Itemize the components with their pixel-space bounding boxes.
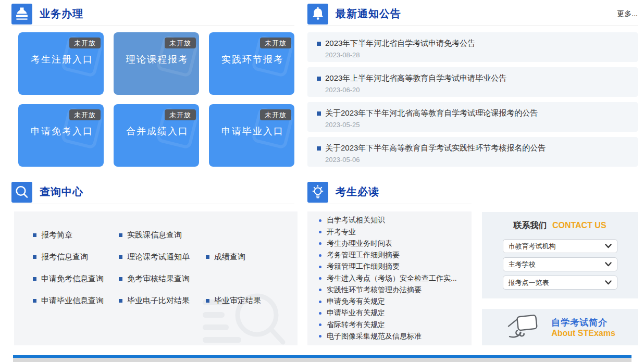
- mustread-item[interactable]: 省际转考有关规定: [319, 320, 467, 330]
- query-link-label: 理论课考试通知单: [127, 252, 190, 262]
- contact-select-value: 报考点一览表: [509, 278, 549, 288]
- square-bullet-icon: [206, 255, 209, 259]
- query-link[interactable]: 实践课信息查询: [119, 230, 206, 240]
- card-status-badge: 未开放: [260, 38, 291, 48]
- mustread-item-label: 考生进入考点（考场）安全检查工作实...: [327, 274, 457, 283]
- bell-icon: [307, 4, 328, 24]
- chevron-down-icon: [605, 260, 612, 268]
- query-link[interactable]: 报考简章: [33, 230, 119, 240]
- square-bullet-icon: [33, 277, 36, 281]
- contact-title: 联系我们 CONTACT US: [482, 212, 638, 231]
- business-card-5[interactable]: 未开放合并成绩入口: [114, 104, 199, 167]
- magnifier-icon: [11, 182, 32, 203]
- query-link-label: 申请毕业信息查询: [41, 296, 104, 306]
- business-card-3[interactable]: 未开放实践环节报考: [209, 32, 294, 95]
- query-link-label: 毕业电子比对结果: [127, 296, 190, 306]
- about-title-zh: 自学考试简介: [551, 317, 615, 329]
- contact-selects: 市教育考试机构主考学校报考点一览表: [482, 239, 638, 290]
- more-link[interactable]: 更多...: [617, 9, 638, 19]
- footer-strip: [13, 358, 631, 362]
- mustread-item-label: 考生办理业务时间表: [327, 239, 392, 248]
- notice-title-row: 关于2023年下半年高等教育自学考试实践性环节考核报名的公告: [317, 143, 638, 153]
- mustread-item-label: 电子图像采集规范及信息标准: [327, 332, 422, 341]
- notices-section-title: 最新通知公告: [336, 7, 401, 21]
- mustread-section-header: 考生必读: [307, 180, 472, 204]
- mustread-panel: 自学考试相关知识开考专业考生办理业务时间表考务管理工作细则摘要考籍管理工作细则摘…: [307, 211, 472, 345]
- notice-title-row: 2023年下半年河北省自学考试申请免考公告: [317, 39, 638, 48]
- lightbulb-icon: [307, 182, 328, 203]
- round-bullet-icon: [319, 301, 321, 303]
- contact-panel: 联系我们 CONTACT US 市教育考试机构主考学校报考点一览表: [482, 212, 638, 298]
- round-bullet-icon: [319, 312, 321, 315]
- notice-date: 2023-05-06: [325, 156, 638, 164]
- mustread-item[interactable]: 电子图像采集规范及信息标准: [319, 332, 467, 341]
- round-bullet-icon: [319, 254, 321, 257]
- query-link[interactable]: 理论课考试通知单: [119, 252, 206, 262]
- query-link[interactable]: 申请毕业信息查询: [33, 296, 119, 306]
- mustread-item-label: 申请免考有关规定: [327, 297, 385, 306]
- square-bullet-icon: [119, 233, 122, 237]
- notice-date: 2023-05-25: [325, 121, 638, 129]
- mustread-item-label: 实践性环节考核管理办法摘要: [327, 285, 422, 295]
- query-link-label: 报考简章: [41, 230, 72, 240]
- contact-select-2[interactable]: 主考学校: [503, 257, 617, 271]
- mustread-item[interactable]: 考生进入考点（考场）安全检查工作实...: [319, 274, 467, 283]
- card-status-badge: 未开放: [165, 109, 196, 120]
- card-status-badge: 未开放: [69, 38, 101, 48]
- business-card-6[interactable]: 未开放申请毕业入口: [209, 104, 294, 167]
- round-bullet-icon: [319, 266, 321, 268]
- mustread-item[interactable]: 申请免考有关规定: [319, 297, 467, 306]
- notice-item[interactable]: 2023年下半年河北省自学考试申请免考公告2023-08-28: [307, 32, 638, 62]
- card-status-badge: 未开放: [69, 109, 101, 120]
- round-bullet-icon: [319, 242, 321, 245]
- query-section-title: 查询中心: [40, 185, 83, 199]
- about-text: 自学考试简介 About STExams: [551, 317, 615, 338]
- query-link-label: 成绩查询: [214, 252, 245, 262]
- page: 业务办理 未开放考生注册入口未开放理论课程报考未开放实践环节报考未开放申请免考入…: [0, 0, 644, 362]
- notices-list: 2023年下半年河北省自学考试申请免考公告2023-08-282023年上半年河…: [307, 32, 638, 172]
- business-cards: 未开放考生注册入口未开放理论课程报考未开放实践环节报考未开放申请免考入口未开放合…: [18, 32, 294, 167]
- mustread-item[interactable]: 考生办理业务时间表: [319, 239, 467, 248]
- query-link[interactable]: 报考信息查询: [33, 252, 119, 262]
- notice-item[interactable]: 2023年上半年河北省高等教育自学考试申请毕业公告2023-06-20: [307, 67, 638, 97]
- query-link[interactable]: 毕业审定结果: [206, 296, 261, 306]
- business-card-2[interactable]: 未开放理论课程报考: [114, 32, 199, 95]
- notice-date: 2023-08-28: [325, 51, 638, 59]
- business-section-header: 业务办理: [11, 2, 294, 26]
- round-bullet-icon: [319, 335, 321, 338]
- square-bullet-icon: [33, 255, 36, 259]
- query-link[interactable]: 成绩查询: [206, 252, 245, 262]
- mustread-item[interactable]: 考务管理工作细则摘要: [319, 251, 467, 260]
- query-link[interactable]: 申请免考信息查询: [33, 274, 119, 284]
- notice-title: 2023年上半年河北省高等教育自学考试申请毕业公告: [325, 73, 506, 83]
- contact-select-value: 主考学校: [509, 260, 536, 269]
- mustread-item[interactable]: 申请毕业有关规定: [319, 308, 467, 318]
- chevron-down-icon: [605, 242, 612, 250]
- mustread-item[interactable]: 自学考试相关知识: [319, 216, 467, 225]
- mustread-item[interactable]: 考籍管理工作细则摘要: [319, 262, 467, 271]
- business-card-label: 申请免考入口: [31, 125, 93, 138]
- business-card-4[interactable]: 未开放申请免考入口: [18, 104, 104, 167]
- mustread-item-label: 申请毕业有关规定: [327, 308, 385, 318]
- query-link[interactable]: 免考审核结果查询: [119, 274, 206, 284]
- contact-select-1[interactable]: 市教育考试机构: [503, 239, 617, 253]
- notice-item[interactable]: 关于2023年下半年高等教育自学考试实践性环节考核报名的公告2023-05-06: [307, 137, 638, 167]
- mustread-item-label: 开考专业: [327, 228, 356, 237]
- notice-date: 2023-06-20: [325, 86, 638, 94]
- square-bullet-icon: [119, 277, 122, 281]
- query-row: 申请免考信息查询免考审核结果查询: [14, 268, 298, 290]
- mustread-item-label: 考务管理工作细则摘要: [327, 251, 400, 260]
- mustread-item-label: 考籍管理工作细则摘要: [327, 262, 400, 271]
- square-bullet-icon: [317, 111, 321, 116]
- query-link[interactable]: 毕业电子比对结果: [119, 296, 206, 306]
- mustread-item-label: 省际转考有关规定: [327, 320, 385, 330]
- mustread-item[interactable]: 实践性环节考核管理办法摘要: [319, 285, 467, 295]
- business-card-1[interactable]: 未开放考生注册入口: [18, 32, 104, 95]
- square-bullet-icon: [206, 299, 209, 303]
- contact-select-3[interactable]: 报考点一览表: [503, 276, 617, 290]
- notice-title-row: 2023年上半年河北省高等教育自学考试申请毕业公告: [317, 73, 638, 83]
- square-bullet-icon: [317, 146, 321, 151]
- about-banner[interactable]: 自学考试简介 About STExams: [482, 309, 638, 345]
- notice-item[interactable]: 关于2023年下半年河北省高等教育自学考试理论课报考的公告2023-05-25: [307, 102, 638, 132]
- mustread-item[interactable]: 开考专业: [319, 228, 467, 237]
